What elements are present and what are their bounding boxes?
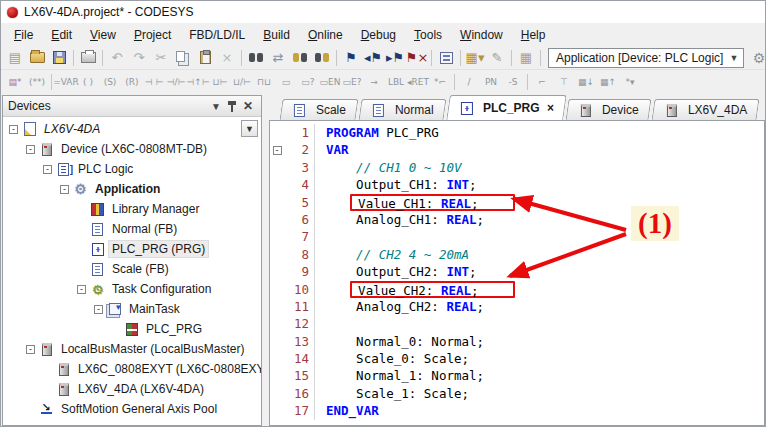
insert-coil-icon[interactable]: ( ) bbox=[77, 72, 99, 92]
tree-item-localbusmaster-localbusmaster[interactable]: -LocalBusMaster (LocalBusMaster) bbox=[3, 339, 261, 359]
tab-normal[interactable]: Normal bbox=[359, 99, 447, 120]
code-editor[interactable]: 1PROGRAM PLC_PRG-2VAR3 // CH1 0 ~ 10V4 O… bbox=[269, 120, 765, 426]
paste-icon[interactable] bbox=[194, 48, 216, 68]
menu-build[interactable]: Build bbox=[254, 25, 299, 45]
insert-contact-icon[interactable]: ⊣ ⊢ bbox=[143, 72, 165, 92]
undo-icon[interactable]: ↶ bbox=[106, 48, 128, 68]
insert-parallel-contact-icon[interactable]: ⊔⊢ bbox=[209, 72, 231, 92]
set-reset-icon[interactable]: -S bbox=[502, 72, 524, 92]
find-icon[interactable] bbox=[245, 48, 267, 68]
collapse-icon[interactable]: - bbox=[26, 345, 35, 354]
code-line[interactable]: 5 Value_CH1: REAL; bbox=[270, 194, 764, 211]
collapse-icon[interactable]: - bbox=[77, 285, 86, 294]
insert-rising-edge-contact-icon[interactable]: ⊣↑⊢ bbox=[187, 72, 209, 92]
pin-icon[interactable] bbox=[224, 98, 240, 114]
panel-splitter[interactable] bbox=[262, 94, 269, 426]
menu-file[interactable]: File bbox=[5, 25, 42, 45]
code-line[interactable]: 16 Scale_1: Scale; bbox=[270, 385, 764, 402]
panel-menu-icon[interactable]: ▼ bbox=[208, 98, 224, 114]
code-line[interactable]: 8 // CH2 4 ~ 20mA bbox=[270, 246, 764, 263]
tree-item-application[interactable]: -⚙Application bbox=[3, 179, 261, 199]
input-assistant-icon[interactable]: ▦ bbox=[515, 48, 537, 68]
tree-item-library-manager[interactable]: Library Manager bbox=[3, 199, 261, 219]
code-line[interactable]: 11 Analog_CH2: REAL; bbox=[270, 298, 764, 315]
tree-item-task-configuration[interactable]: -⚙Task Configuration bbox=[3, 279, 261, 299]
tree-item-lx6v-4da[interactable]: -LX6V-4DA bbox=[3, 119, 261, 139]
add-object-icon[interactable]: ▦▾ bbox=[464, 48, 486, 68]
insert-comment-icon[interactable]: (**) bbox=[26, 72, 48, 92]
collapse-icon[interactable]: - bbox=[9, 125, 18, 134]
replace-in-project-icon[interactable] bbox=[311, 48, 333, 68]
menu-debug[interactable]: Debug bbox=[352, 25, 405, 45]
insert-negated-contact-icon[interactable]: ⊣/⊢ bbox=[165, 72, 187, 92]
tree-item-maintask[interactable]: -MainTask bbox=[3, 299, 261, 319]
new-project-icon[interactable]: ▤ bbox=[4, 48, 26, 68]
active-application-selector[interactable]: Application [Device: PLC Logic] ▼ bbox=[548, 48, 744, 68]
save-project-icon[interactable] bbox=[48, 48, 70, 68]
open-project-icon[interactable] bbox=[26, 48, 48, 68]
clear-bookmarks-icon[interactable]: ⚑× bbox=[406, 48, 428, 68]
cut-icon[interactable]: ✂ bbox=[150, 48, 172, 68]
login-gears-icon[interactable]: ⚙⚙ bbox=[754, 48, 766, 68]
code-line[interactable]: 3 // CH1 0 ~ 10V bbox=[270, 159, 764, 176]
menu-view[interactable]: View bbox=[81, 25, 125, 45]
insert-input-icon[interactable]: *⌐ bbox=[429, 72, 451, 92]
insert-set-coil-icon[interactable]: (S) bbox=[99, 72, 121, 92]
close-branch-icon[interactable]: ⊓⊔ bbox=[253, 72, 275, 92]
tree-item-lx6c-0808exyt-lx6c-0808exyt[interactable]: LX6C_0808EXYT (LX6C-0808EXYT) bbox=[3, 359, 261, 379]
collapse-icon[interactable]: - bbox=[94, 305, 103, 314]
tree-item-device-lx6c-0808mt-db[interactable]: -Device (LX6C-0808MT-DB) bbox=[3, 139, 261, 159]
code-line[interactable]: 6 Analog_CH1: REAL; bbox=[270, 211, 764, 228]
redo-icon[interactable]: ↷ bbox=[128, 48, 150, 68]
copy-icon[interactable] bbox=[172, 48, 194, 68]
tree-item-plc-logic[interactable]: -PLC Logic bbox=[3, 159, 261, 179]
tab-scale[interactable]: Scale bbox=[280, 99, 359, 120]
replace-icon[interactable]: ⇄ bbox=[267, 48, 289, 68]
tree-item-scale-fb[interactable]: Scale (FB) bbox=[3, 259, 261, 279]
menu-tools[interactable]: Tools bbox=[405, 25, 451, 45]
code-line[interactable]: 14 Scale_0: Scale; bbox=[270, 350, 764, 367]
next-bookmark-icon[interactable]: ▸⚑ bbox=[384, 48, 406, 68]
edit-object-icon[interactable]: ✎ bbox=[486, 48, 508, 68]
insert-jump-icon[interactable]: → bbox=[363, 72, 385, 92]
tree-item-lx6v-4da-lx6v-4da[interactable]: LX6V_4DA (LX6V-4DA) bbox=[3, 379, 261, 399]
tree-item-plc-prg-prg[interactable]: -||-PLC_PRG (PRG) bbox=[3, 239, 261, 259]
collapse-icon[interactable]: - bbox=[60, 185, 69, 194]
menu-online[interactable]: Online bbox=[299, 25, 352, 45]
code-line[interactable]: -2VAR bbox=[270, 141, 764, 158]
code-line[interactable]: 7 bbox=[270, 228, 764, 245]
negate-icon[interactable]: / bbox=[458, 72, 480, 92]
menu-help[interactable]: Help bbox=[512, 25, 555, 45]
code-line[interactable]: 1PROGRAM PLC_PRG bbox=[270, 124, 764, 141]
insert-assignment-icon[interactable]: =VAR bbox=[55, 72, 77, 92]
code-line[interactable]: 15 Normal_1: Normal; bbox=[270, 367, 764, 384]
tab-plc-prg[interactable]: -||-PLC_PRG× bbox=[446, 95, 566, 120]
code-line[interactable]: 10 Value_CH2: REAL; bbox=[270, 281, 764, 298]
move-up-icon[interactable]: ▦↑ bbox=[597, 72, 619, 92]
tab-lx6v-4da[interactable]: LX6V_4DA bbox=[652, 99, 760, 120]
insert-empty-box-icon[interactable]: ▭? bbox=[297, 72, 319, 92]
insert-reset-coil-icon[interactable]: (R) bbox=[121, 72, 143, 92]
insert-box-with-en-icon[interactable]: ▭EN bbox=[319, 72, 341, 92]
insert-branch-below-icon[interactable]: ⊤ bbox=[553, 72, 575, 92]
code-line[interactable]: 9 Output_CH2: INT; bbox=[270, 263, 764, 280]
device-view-selector[interactable]: ▼ bbox=[241, 120, 258, 137]
menu-fbd-ld-il[interactable]: FBD/LD/IL bbox=[180, 25, 254, 45]
insert-branch-icon[interactable]: ⌐ bbox=[531, 72, 553, 92]
move-down-icon[interactable]: ▦↓ bbox=[575, 72, 597, 92]
toggle-bookmark-icon[interactable]: ⚑ bbox=[340, 48, 362, 68]
tab-close-icon[interactable]: × bbox=[546, 101, 553, 115]
find-in-project-icon[interactable] bbox=[289, 48, 311, 68]
code-line[interactable]: 4 Output_CH1: INT; bbox=[270, 176, 764, 193]
tree-item-softmotion-general-axis-pool[interactable]: SoftMotion General Axis Pool bbox=[3, 399, 261, 419]
menu-project[interactable]: Project bbox=[125, 25, 180, 45]
code-line[interactable]: 12 bbox=[270, 315, 764, 332]
tab-device[interactable]: Device bbox=[566, 99, 652, 120]
repair-pou-icon[interactable]: *▾ bbox=[619, 72, 641, 92]
tree-item-plc-prg[interactable]: PLC_PRG bbox=[3, 319, 261, 339]
collapse-icon[interactable]: - bbox=[26, 145, 35, 154]
close-icon[interactable]: ✕ bbox=[240, 98, 256, 114]
previous-bookmark-icon[interactable]: ◂⚑ bbox=[362, 48, 384, 68]
menu-edit[interactable]: Edit bbox=[42, 25, 81, 45]
insert-box-icon[interactable]: ▭ bbox=[275, 72, 297, 92]
